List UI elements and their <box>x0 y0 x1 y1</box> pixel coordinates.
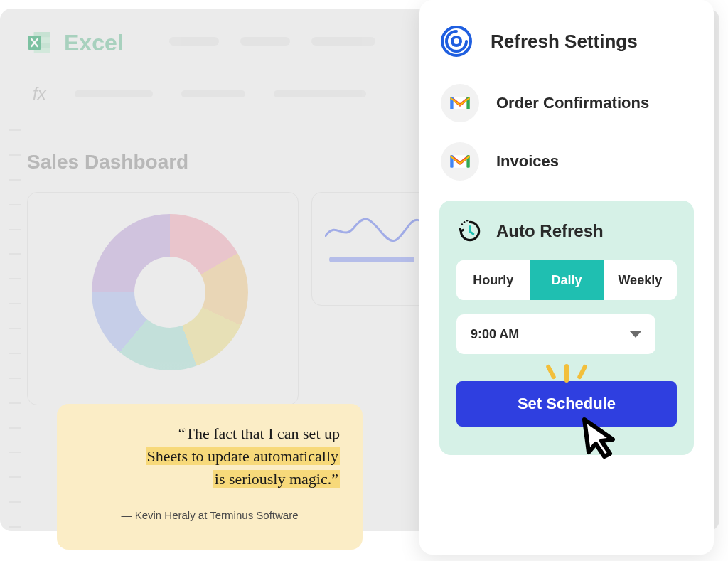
brand-logo-icon <box>439 24 473 58</box>
formula-bar: fx <box>33 84 366 104</box>
panel-title: Refresh Settings <box>491 31 638 53</box>
testimonial-text: “The fact that I can set up Sheets to up… <box>80 422 340 491</box>
set-schedule-button[interactable]: Set Schedule <box>456 381 677 427</box>
source-label: Invoices <box>496 152 559 171</box>
donut-chart-card <box>27 192 299 405</box>
clock-refresh-icon <box>456 218 483 245</box>
refresh-settings-panel: Refresh Settings Order Confirmations <box>419 0 714 555</box>
time-select[interactable]: 9:00 AM <box>456 314 655 354</box>
excel-icon <box>26 28 54 57</box>
gmail-icon <box>449 95 471 112</box>
gmail-icon <box>449 153 471 170</box>
row-gutter <box>9 129 16 528</box>
testimonial-attribution: — Kevin Heraly at Terminus Software <box>80 509 340 521</box>
excel-header: Excel <box>26 28 124 57</box>
testimonial-card: “The fact that I can set up Sheets to up… <box>57 404 363 550</box>
excel-app-name: Excel <box>64 30 124 56</box>
source-order-confirmations[interactable]: Order Confirmations <box>441 84 694 122</box>
frequency-segmented-control: Hourly Daily Weekly <box>456 260 677 300</box>
auto-refresh-title: Auto Refresh <box>496 221 604 241</box>
toolbar-placeholder <box>169 37 375 46</box>
frequency-weekly[interactable]: Weekly <box>604 260 677 300</box>
donut-chart <box>92 214 248 370</box>
source-label: Order Confirmations <box>496 94 649 112</box>
bar-placeholder <box>329 257 414 262</box>
cursor-icon <box>577 415 623 461</box>
chevron-down-icon <box>630 331 641 338</box>
svg-point-13 <box>466 220 469 222</box>
quote-line2: Sheets to update automatically <box>146 447 340 465</box>
quote-line1: “The fact that I can set up <box>178 424 340 442</box>
svg-point-6 <box>452 37 461 46</box>
dashboard-title: Sales Dashboard <box>27 151 188 173</box>
frequency-daily[interactable]: Daily <box>530 260 603 300</box>
time-value: 9:00 AM <box>471 327 519 342</box>
svg-point-11 <box>461 223 464 225</box>
quote-line3: is seriously magic.” <box>213 470 340 488</box>
frequency-hourly[interactable]: Hourly <box>456 260 530 300</box>
emphasis-burst-icon <box>549 364 584 383</box>
source-invoices[interactable]: Invoices <box>441 142 694 181</box>
fx-label: fx <box>33 84 46 104</box>
svg-point-12 <box>464 221 466 223</box>
auto-refresh-card: Auto Refresh Hourly Daily Weekly 9:00 AM… <box>439 201 694 455</box>
